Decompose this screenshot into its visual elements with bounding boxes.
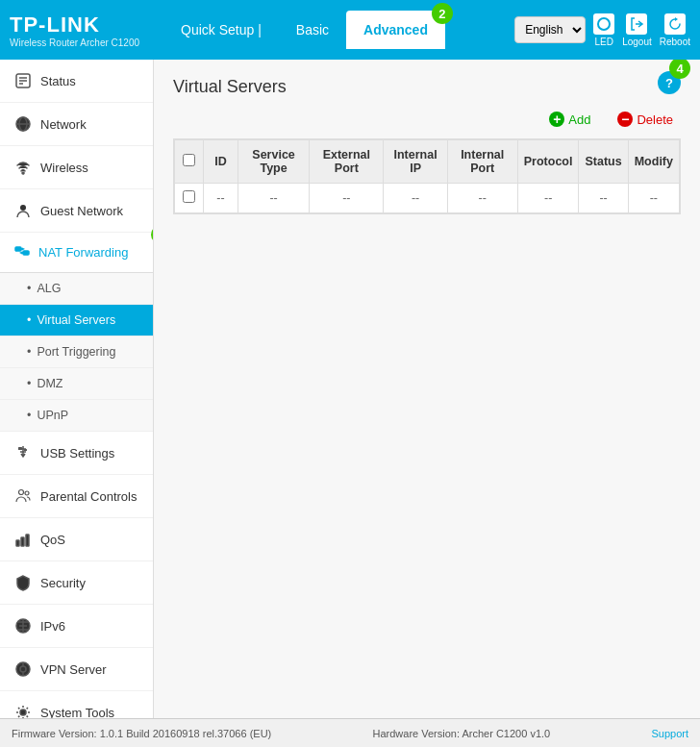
sidebar-item-system-tools[interactable]: System Tools [0,691,153,718]
row-internal-ip: -- [384,184,447,213]
row-internal-port: -- [447,184,517,213]
tab-advanced[interactable]: Advanced 2 [346,11,445,49]
content-area: Virtual Servers ? 4 + Add − Delete [154,60,700,718]
sidebar-item-parental-controls[interactable]: Parental Controls [0,475,153,518]
sidebar-item-network[interactable]: Network [0,103,153,146]
svg-point-10 [20,205,26,211]
row-id: -- [204,184,238,213]
header: TP-LINK Wireless Router Archer C1200 Qui… [0,0,700,60]
header-service-type: Service Type [238,140,310,184]
logo-tp: TP-LINK [10,12,154,37]
delete-icon: − [617,112,633,127]
security-icon [13,573,33,592]
header-modify: Modify [628,140,679,184]
row-service-type: -- [238,184,310,213]
sidebar-item-wireless[interactable]: Wireless [0,146,153,189]
main-layout: Status Network Wireless [0,60,700,718]
header-status: Status [579,140,628,184]
sidebar-sub-virtual-servers[interactable]: • Virtual Servers [0,305,153,336]
sidebar-item-ipv6[interactable]: IPv6 [0,605,153,648]
svg-rect-20 [21,537,24,546]
virtual-servers-table-container: ID Service Type External Port Internal I… [173,138,681,214]
vpn-icon [13,660,33,679]
row-modify: -- [628,184,679,213]
logo-subtitle: Wireless Router Archer C1200 [10,37,154,48]
svg-rect-21 [26,535,29,546]
svg-point-9 [22,172,24,174]
hardware-version: Hardware Version: Archer C1200 v1.0 [373,728,551,739]
header-protocol: Protocol [517,140,579,184]
header-right: English LED Logout [514,13,690,47]
table-row: -- -- -- -- -- -- -- -- [175,184,680,213]
tab-quick-setup[interactable]: Quick Setup | [163,11,279,49]
page-badge-4: 4 [669,60,690,79]
sidebar-sub-dmz[interactable]: • DMZ [0,368,153,400]
help-button[interactable]: ? 4 [658,71,681,94]
page-title: Virtual Servers [173,77,287,97]
system-icon [13,703,33,718]
qos-icon [13,530,33,549]
reboot-button[interactable]: Reboot [660,13,690,47]
sidebar-item-guest-network[interactable]: Guest Network [0,189,153,233]
sidebar-sub-upnp[interactable]: • UPnP [0,400,153,432]
add-icon: + [549,112,564,127]
guest-icon [13,201,33,220]
svg-rect-16 [24,449,27,451]
svg-point-24 [20,666,26,672]
parental-icon [13,486,33,506]
svg-point-17 [19,490,24,495]
sidebar-item-qos[interactable]: QoS [0,518,153,561]
nat-submenu: • ALG • Virtual Servers • Port Triggerin… [0,273,153,432]
sidebar-item-security[interactable]: Security [0,561,153,605]
sidebar-item-status[interactable]: Status [0,60,153,103]
network-icon [13,114,33,134]
add-button[interactable]: + Add [541,108,598,131]
header-checkbox-col [175,140,204,184]
header-internal-ip: Internal IP [384,140,447,184]
usb-icon [13,443,33,462]
row-protocol: -- [517,184,579,213]
sidebar-item-usb-settings[interactable]: USB Settings [0,432,153,475]
svg-point-27 [20,710,26,715]
wireless-icon [13,158,33,177]
row-status: -- [579,184,628,213]
nat-icon [13,242,31,262]
firmware-version: Firmware Version: 1.0.1 Build 20160918 r… [12,728,271,739]
sidebar-sub-alg[interactable]: • ALG [0,273,153,305]
svg-rect-11 [15,247,21,251]
support-link[interactable]: Support [651,728,688,739]
svg-point-18 [25,491,29,495]
footer: Firmware Version: 1.0.1 Build 20160918 r… [0,718,700,747]
page-title-row: Virtual Servers ? 4 [173,75,681,98]
virtual-servers-table: ID Service Type External Port Internal I… [174,139,680,213]
language-select[interactable]: English [514,16,586,43]
nav-tabs: Quick Setup | Basic Advanced 2 [163,11,505,49]
sidebar: Status Network Wireless [0,60,154,718]
svg-rect-15 [18,447,22,450]
delete-button[interactable]: − Delete [610,108,681,131]
advanced-badge: 2 [432,3,453,24]
ipv6-icon [13,616,33,635]
status-icon [13,71,33,90]
svg-rect-12 [23,251,29,255]
row-select-checkbox[interactable] [183,190,195,203]
row-external-port: -- [310,184,384,213]
row-checkbox [175,184,204,213]
header-id: ID [204,140,238,184]
led-button[interactable]: LED [593,13,614,47]
logout-button[interactable]: Logout [622,13,652,47]
header-internal-port: Internal Port [447,140,517,184]
svg-point-1 [602,22,606,26]
action-row: + Add − Delete [173,108,681,131]
table-header-row: ID Service Type External Port Internal I… [175,140,680,184]
logo-area: TP-LINK Wireless Router Archer C1200 [10,12,154,48]
sidebar-item-vpn-server[interactable]: VPN Server [0,648,153,691]
select-all-checkbox[interactable] [183,154,195,166]
svg-rect-19 [16,540,19,546]
header-external-port: External Port [310,140,384,184]
sidebar-sub-port-triggering[interactable]: • Port Triggering [0,336,153,368]
sidebar-item-nat-forwarding[interactable]: NAT Forwarding 3 [0,233,153,273]
tab-basic[interactable]: Basic [279,11,346,49]
